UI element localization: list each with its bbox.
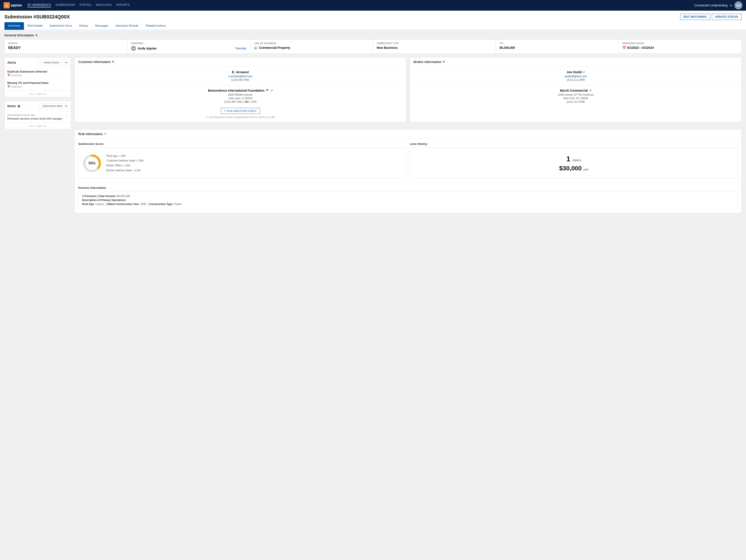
page-title-row: Submission #SUB0224Q00X EDIT WATCHERS UP…	[4, 14, 742, 20]
tab-history[interactable]: History	[76, 22, 92, 30]
lob-value: 🏢 Commercial Property	[254, 46, 369, 50]
tab-sanctions-results[interactable]: Sanctions Results	[112, 22, 142, 30]
customer-info-edit-icon[interactable]: ✎	[112, 60, 114, 63]
broker-org: Marsh Commercial ↗ 1166 Avenue Of The Am…	[410, 85, 741, 107]
customer-contact-name: E. Arnaout	[78, 70, 402, 74]
broker-org-expand-icon[interactable]: ↗	[589, 89, 592, 92]
customer-contact-phone: (123) 456-7891	[78, 78, 402, 81]
user-avatar[interactable]: AA	[735, 1, 742, 9]
score-detail-3: Broker Office = 15%	[107, 163, 402, 168]
customer-org-addr1: 8820 Mobile Avenue	[78, 93, 402, 96]
reassign-link[interactable]: Reassign	[235, 47, 247, 50]
alerts-first[interactable]: «	[29, 92, 31, 95]
tab-related-actions[interactable]: Related Actions	[142, 22, 169, 30]
submission-score-section: Submission Score 59%	[78, 142, 406, 179]
calendar-icon-alert-2: 📅	[7, 85, 10, 88]
nav-parties[interactable]: PARTIES	[80, 3, 92, 7]
page-title: Submission #SUB0224Q00X	[4, 14, 70, 20]
note-text: Reviewed sanction screen result with man…	[7, 117, 64, 120]
add-note-icon[interactable]: ⊕	[17, 104, 20, 108]
loss-history-section: Loss History 1 claims $30,000 paid	[410, 142, 738, 179]
customer-broker-row: Customer Information ✎ E. Arnaout e.arna…	[75, 57, 742, 126]
submission-type-label: SUBMISSION TYPE	[377, 42, 492, 45]
update-status-button[interactable]: UPDATE STATUS	[712, 14, 742, 20]
alerts-last[interactable]: »	[45, 92, 46, 95]
check-icon: ✔	[206, 116, 208, 118]
nav-messages[interactable]: MESSAGES	[96, 3, 112, 7]
broker-contact: Joe Dodd ↗ joedodd@test.com (212) 111-34…	[410, 66, 741, 85]
proposed-dates-label: PROPOSED DATES	[622, 42, 738, 45]
page-header: Submission #SUB0224Q00X EDIT WATCHERS UP…	[0, 11, 746, 30]
alert-name-2: Missing TIV and Proposed Dates	[7, 81, 68, 85]
customer-info-header: Customer Information ✎	[75, 57, 406, 66]
nav-right: Connected Underwriting ▾ AA	[694, 1, 742, 9]
paid-amount: $30,000	[559, 165, 582, 172]
notes-first[interactable]: «	[29, 125, 31, 128]
broker-info-header: Broker Information ✎	[410, 57, 741, 66]
customer-org-addr2: Oak Lawn, IL 60453	[78, 97, 402, 100]
alerts-next[interactable]: ›	[43, 92, 45, 95]
top-navigation: a appian MY WORKBENCH SUBMISSIONS PARTIE…	[0, 0, 746, 11]
general-info-edit-icon[interactable]: ✎	[35, 34, 38, 37]
tab-messages[interactable]: Messages	[92, 22, 112, 30]
calendar-icon: 📅	[622, 46, 627, 50]
sanctions-icon: ✎	[224, 109, 226, 112]
alert-item: Duplicate Submission Detected 📅 2/24/202…	[5, 68, 71, 79]
customer-org: Benevolence International Foundation 🚩 ↗…	[75, 85, 406, 122]
connected-underwriting-label[interactable]: Connected Underwriting	[694, 4, 727, 7]
nav-reports[interactable]: REPORTS	[116, 3, 130, 7]
alerts-select[interactable]: --- Select Alerts ---	[38, 60, 68, 65]
note-author: Andy Appian 5 Hours Ago	[7, 114, 64, 116]
notes-title: Notes ⊕	[7, 104, 20, 108]
note-menu-icon[interactable]: ⋮	[64, 114, 68, 118]
alert-date-2: 📅 2/24/2023	[7, 85, 68, 88]
alert-date-1: 📅 2/24/2023	[7, 74, 68, 77]
notes-pagination: « ‹ 1 - 1 of 1 › »	[5, 123, 71, 129]
nav-submissions[interactable]: SUBMISSIONS	[55, 3, 75, 7]
broker-info-edit-icon[interactable]: ✎	[443, 60, 445, 63]
notes-card: Notes ⊕ Submission Note Andy Appian 5 Ho…	[4, 101, 71, 129]
status-label: STATUS	[8, 42, 124, 45]
tab-submission-docs[interactable]: Submission Docs	[46, 22, 76, 30]
status-cell: STATUS READY	[5, 39, 127, 54]
premise-section: Premise Information 1 Premises | Total A…	[75, 183, 741, 213]
broker-org-name: Marsh Commercial ↗	[413, 89, 738, 92]
broker-contact-phone: (212) 111-3456	[413, 78, 738, 81]
assignee-label: ASSIGNEE	[131, 42, 247, 45]
tab-risk-details[interactable]: Risk Details	[24, 22, 46, 30]
org-expand-icon[interactable]: ↗	[270, 89, 273, 92]
alerts-card: Alerts --- Select Alerts --- Duplicate S…	[4, 57, 71, 97]
alerts-title: Alerts	[7, 61, 16, 64]
broker-contact-expand-icon[interactable]: ↗	[582, 71, 585, 74]
notes-last[interactable]: »	[45, 125, 46, 128]
submission-type-value: New Business	[377, 46, 492, 50]
premise-row-3: Roof Age: 4 years | Oldest Construction …	[82, 202, 734, 206]
premise-card: 1 Premises | Total Amount: $5,000,000 De…	[78, 192, 738, 209]
run-sanctions-button[interactable]: ✎ RUN SANCTIONS CHECK	[221, 108, 260, 114]
notes-header: Notes ⊕ Submission Note	[5, 101, 71, 111]
score-detail-1: Roof Age = 18%	[107, 154, 402, 159]
customer-contact: E. Arnaout e.arnaout@test.com (123) 456-…	[75, 66, 406, 85]
nav-my-workbench[interactable]: MY WORKBENCH	[28, 3, 51, 7]
donut-percent: 59%	[88, 161, 95, 165]
claims-label: claims	[572, 159, 581, 162]
description-label: Description of Primary Operations:	[82, 199, 126, 202]
claims-count: 1	[566, 155, 570, 163]
tab-summary[interactable]: Summary	[4, 22, 24, 30]
donut-chart: 59%	[82, 153, 102, 173]
dropdown-icon: ▾	[730, 4, 732, 7]
notes-next[interactable]: ›	[43, 125, 45, 128]
assignee-row: AA Andy Appian Reassign	[131, 46, 247, 51]
score-details: Roof Age = 18% Customer Address State = …	[107, 154, 402, 173]
broker-info-card: Broker Information ✎ Joe Dodd ↗ joedodd@…	[410, 57, 742, 122]
edit-watchers-button[interactable]: EDIT WATCHERS	[680, 14, 710, 20]
customer-org-phone-sic: (123) 456-7891 | SIC: 1234	[78, 100, 402, 103]
loss-box: 1 claims $30,000 paid	[410, 148, 738, 179]
note-type-select[interactable]: Submission Note	[39, 103, 68, 109]
right-column: Customer Information ✎ E. Arnaout e.arna…	[75, 57, 742, 217]
submission-score-title: Submission Score	[78, 142, 406, 145]
tiv-label: TIV	[499, 42, 615, 45]
risk-info-expand-icon[interactable]: ↗	[104, 133, 106, 136]
logo-icon: a	[4, 2, 10, 8]
tiv-cell: TIV $5,200,000	[496, 39, 619, 54]
